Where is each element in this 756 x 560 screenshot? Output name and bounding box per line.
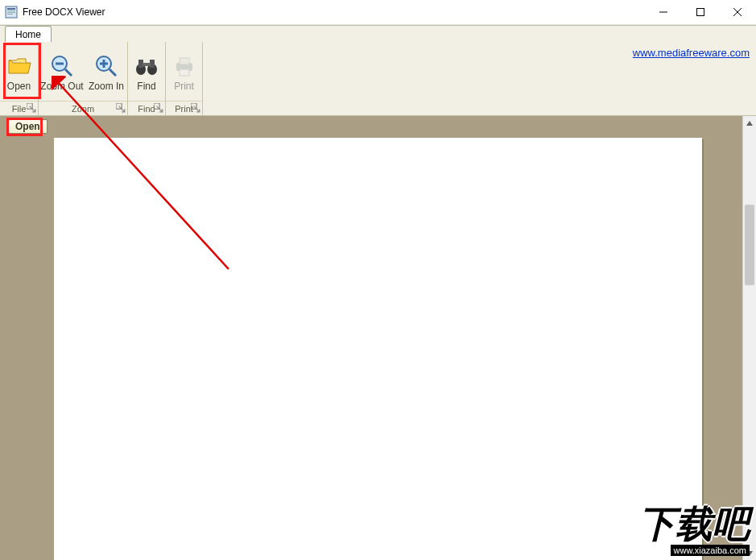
ribbon-group-print: Print Print bbox=[166, 42, 203, 115]
print-button[interactable]: Print bbox=[166, 42, 202, 101]
app-icon bbox=[5, 6, 18, 19]
maximize-button[interactable] bbox=[682, 0, 719, 24]
find-button[interactable]: Find bbox=[128, 42, 165, 101]
svg-rect-2 bbox=[7, 10, 15, 11]
watermark-url: www.xiazaiba.com bbox=[671, 545, 750, 556]
svg-rect-3 bbox=[7, 12, 15, 13]
tooltip-open: Open bbox=[8, 119, 48, 134]
ribbon-group-zoom: Zoom Out Zoom In Zoom bbox=[39, 42, 128, 115]
tab-home[interactable]: Home bbox=[5, 26, 52, 43]
launcher-icon[interactable] bbox=[191, 103, 200, 113]
svg-rect-1 bbox=[7, 8, 15, 10]
scroll-up-button[interactable] bbox=[743, 116, 756, 130]
watermark-text: 下载吧 bbox=[638, 505, 750, 542]
zoom-out-icon bbox=[49, 53, 75, 79]
document-area: Open bbox=[0, 116, 756, 560]
ribbon-group-find: Find Find bbox=[128, 42, 166, 115]
group-label-file: File bbox=[0, 101, 38, 115]
zoom-in-button[interactable]: Zoom In bbox=[85, 42, 127, 101]
svg-rect-29 bbox=[180, 69, 189, 76]
launcher-icon[interactable] bbox=[27, 103, 36, 113]
open-button[interactable]: Open bbox=[0, 42, 38, 101]
tab-strip: Home bbox=[0, 25, 756, 42]
website-link[interactable]: www.mediafreeware.com bbox=[633, 47, 750, 59]
watermark: 下载吧 www.xiazaiba.com bbox=[638, 505, 750, 557]
svg-rect-28 bbox=[180, 58, 189, 64]
print-label: Print bbox=[174, 81, 194, 92]
window-title: Free DOCX Viewer bbox=[23, 6, 645, 18]
svg-rect-24 bbox=[143, 63, 151, 66]
group-label-find: Find bbox=[128, 101, 165, 115]
launcher-icon[interactable] bbox=[116, 103, 126, 113]
window-controls bbox=[645, 0, 756, 24]
group-label-print: Print bbox=[166, 101, 202, 115]
zoom-in-icon bbox=[93, 53, 119, 79]
find-label: Find bbox=[137, 81, 155, 92]
scroll-thumb[interactable] bbox=[745, 205, 754, 285]
vertical-scrollbar[interactable] bbox=[742, 116, 756, 560]
svg-rect-4 bbox=[7, 14, 13, 15]
ribbon-group-file: Open File bbox=[0, 42, 39, 115]
close-button[interactable] bbox=[719, 0, 756, 24]
document-page bbox=[54, 138, 702, 560]
launcher-icon[interactable] bbox=[154, 103, 163, 113]
title-bar: Free DOCX Viewer bbox=[0, 0, 756, 25]
printer-icon bbox=[171, 53, 197, 79]
minimize-button[interactable] bbox=[645, 0, 682, 24]
zoom-out-button[interactable]: Zoom Out bbox=[39, 42, 85, 101]
binoculars-icon bbox=[134, 53, 159, 79]
svg-line-12 bbox=[65, 69, 72, 76]
open-label: Open bbox=[7, 81, 31, 92]
svg-rect-6 bbox=[697, 9, 704, 16]
folder-open-icon bbox=[6, 53, 32, 79]
ribbon: Open File Zoom Out Zoom In Zoom bbox=[0, 42, 756, 116]
svg-line-15 bbox=[109, 69, 116, 76]
zoom-out-label: Zoom Out bbox=[40, 81, 83, 92]
group-label-zoom: Zoom bbox=[39, 101, 127, 115]
zoom-in-label: Zoom In bbox=[89, 81, 124, 92]
svg-marker-34 bbox=[746, 121, 753, 126]
